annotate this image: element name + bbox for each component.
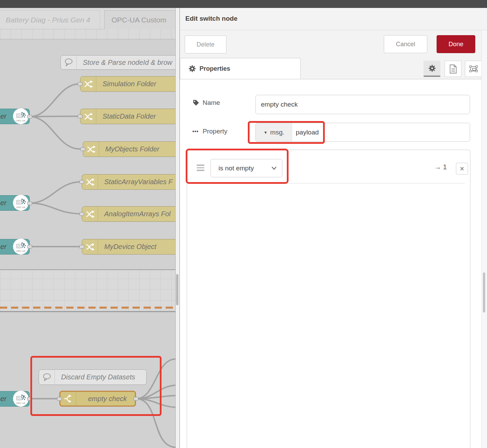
done-button[interactable]: Done (437, 35, 475, 53)
opcua-server-node[interactable]: er OPC UA (0, 391, 30, 407)
switch-node-simulation-folder[interactable]: Simulation Folder (80, 76, 175, 92)
node-input-port[interactable] (79, 245, 84, 249)
node-output-port[interactable] (27, 201, 32, 205)
annotation-box-rule (186, 149, 289, 184)
opcua-badge: OPC UA (16, 206, 25, 208)
wire[interactable] (30, 182, 82, 203)
edit-switch-node-dialog: Edit switch node Delete Cancel Done Prop… (180, 8, 487, 448)
app-header-bar (0, 0, 487, 8)
cancel-button[interactable]: Cancel (384, 35, 427, 53)
shuffle-icon (84, 80, 93, 88)
switch-node-staticdata-folder[interactable]: StaticData Folder (80, 109, 175, 124)
properties-view-button[interactable] (423, 61, 440, 77)
dialog-scrollbar-thumb[interactable] (483, 272, 485, 312)
node-label: StaticArrayVariables F (98, 178, 173, 186)
delete-button[interactable]: Delete (185, 36, 226, 53)
switch-icon (82, 239, 98, 254)
opcua-badge: OPC UA (16, 120, 25, 122)
rule-remove-button[interactable]: × (456, 163, 468, 175)
opcua-server-node[interactable]: er OPC UA (0, 239, 30, 255)
shuffle-icon (86, 243, 95, 251)
node-label: er (0, 112, 7, 120)
switch-node-mydevice-object[interactable]: MyDevice Object (82, 239, 175, 255)
node-input-port[interactable] (78, 115, 82, 118)
dialog-scrollbar-track[interactable] (481, 30, 487, 448)
node-input-port[interactable] (79, 180, 84, 184)
gear-icon (428, 64, 436, 72)
shuffle-icon (87, 145, 96, 153)
opcua-logo: OPC UA (13, 239, 29, 255)
shuffle-icon (84, 112, 93, 121)
switch-icon (83, 142, 99, 157)
dialog-header: Edit switch node (180, 8, 487, 30)
comment-node-store-parse[interactable]: Store & Parse nodeId & brow (60, 55, 175, 70)
dialog-title: Edit switch node (185, 15, 237, 22)
node-output-port[interactable] (27, 115, 32, 119)
node-input-port[interactable] (80, 147, 85, 151)
rules-list-container (187, 150, 470, 448)
wire[interactable] (30, 203, 82, 214)
tray-resize-handle[interactable] (175, 8, 180, 448)
dialog-tab-row: Properties (180, 58, 487, 79)
flow-workspace[interactable]: Battery Diag - Prius Gen 4 OPC-UA Custom… (0, 8, 175, 448)
opcua-logo: OPC UA (13, 391, 29, 407)
node-label: Simulation Folder (96, 80, 156, 88)
opcua-logo: OPC UA (13, 195, 29, 211)
switch-icon (82, 175, 98, 189)
dialog-button-row: Delete Cancel Done (180, 30, 487, 58)
node-input-port[interactable] (79, 212, 84, 216)
appearance-view-button[interactable] (465, 61, 482, 77)
opcua-badge: OPC UA (16, 402, 25, 404)
wire[interactable] (30, 84, 80, 117)
description-view-button[interactable] (445, 61, 461, 77)
opcua-machine-icon (16, 241, 26, 250)
tag-icon (193, 99, 199, 106)
name-label-text: Name (203, 99, 220, 107)
switch-node-myobjects-folder[interactable]: MyObjects Folder (83, 141, 175, 157)
shuffle-icon (86, 178, 95, 186)
node-label: er (0, 395, 7, 403)
switch-icon (80, 77, 96, 91)
switch-icon (82, 207, 98, 221)
opcua-server-node[interactable]: er OPC UA (0, 195, 30, 211)
switch-icon (80, 109, 96, 124)
comment-label: Store & Parse nodeId & brow (77, 59, 172, 67)
property-label-text: Property (203, 128, 227, 135)
opcua-server-node[interactable]: er OPC UA (0, 109, 30, 124)
name-input[interactable]: empty check (255, 95, 470, 114)
wire[interactable] (30, 117, 80, 149)
comment-icon (61, 56, 77, 69)
opcua-badge: OPC UA (16, 250, 25, 252)
switch-node-staticarrayvariables[interactable]: StaticArrayVariables F (82, 174, 175, 190)
tab-properties[interactable]: Properties (180, 58, 301, 79)
tab-properties-label: Properties (199, 65, 230, 72)
switch-node-analogitemarrays[interactable]: AnalogItemArrays Fol (82, 206, 175, 222)
node-label: AnalogItemArrays Fol (98, 210, 171, 218)
opcua-machine-icon (16, 111, 26, 119)
appearance-frame-icon (469, 64, 478, 73)
opcua-machine-icon (16, 394, 26, 402)
wire[interactable] (30, 116, 80, 117)
annotation-box-flow-nodes (30, 356, 162, 416)
document-icon (449, 64, 457, 73)
node-label: er (0, 243, 7, 251)
ellipsis-icon (193, 130, 199, 133)
node-input-port[interactable] (78, 82, 82, 86)
node-output-port[interactable] (27, 245, 32, 249)
annotation-box-property (248, 121, 325, 144)
shuffle-icon (86, 210, 95, 218)
property-field-label: Property (193, 128, 227, 135)
node-label: MyObjects Folder (99, 145, 159, 153)
node-label: MyDevice Object (98, 243, 156, 251)
name-field-label: Name (193, 99, 220, 107)
opcua-machine-icon (16, 198, 26, 206)
node-label: StaticData Folder (96, 112, 156, 120)
rule-output-indicator: → 1 (434, 163, 447, 171)
speech-bubble-icon (64, 58, 74, 67)
gear-icon (188, 65, 196, 72)
node-label: er (0, 199, 7, 207)
workspace-scrollbar[interactable] (176, 274, 178, 305)
opcua-logo: OPC UA (13, 108, 29, 124)
